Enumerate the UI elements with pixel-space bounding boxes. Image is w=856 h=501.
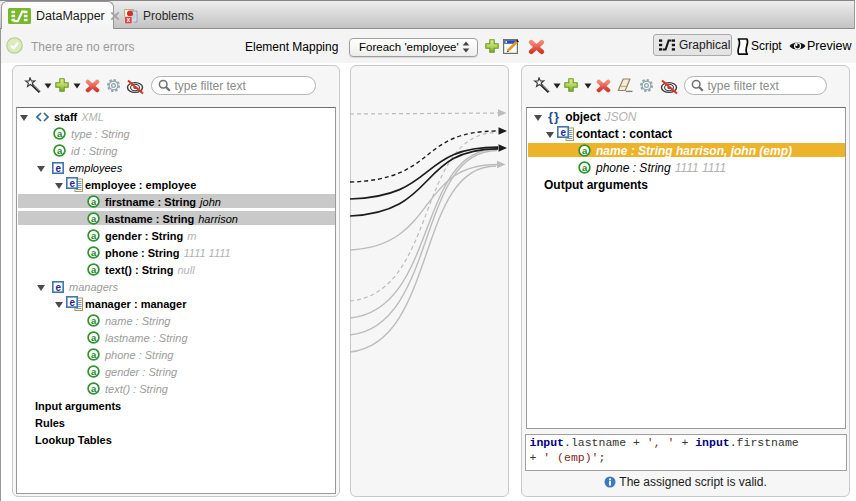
svg-text:a: a <box>57 145 63 156</box>
svg-text:a: a <box>91 332 97 343</box>
svg-text:a: a <box>582 162 588 173</box>
svg-text:a: a <box>91 383 97 394</box>
svg-text:a: a <box>91 230 97 241</box>
svg-text:e: e <box>55 281 61 292</box>
svg-text:a: a <box>91 366 97 377</box>
svg-text:e: e <box>55 162 61 173</box>
svg-text:e: e <box>69 178 75 189</box>
svg-text:a: a <box>91 196 97 207</box>
svg-text:a: a <box>91 264 97 275</box>
svg-text:e: e <box>560 127 566 138</box>
svg-text:a: a <box>91 315 97 326</box>
svg-text:a: a <box>91 349 97 360</box>
svg-text:a: a <box>91 247 97 258</box>
svg-text:a: a <box>582 145 588 156</box>
svg-text:a: a <box>91 213 97 224</box>
svg-text:e: e <box>69 297 75 308</box>
svg-text:x: x <box>126 16 130 23</box>
svg-text:a: a <box>57 128 63 139</box>
